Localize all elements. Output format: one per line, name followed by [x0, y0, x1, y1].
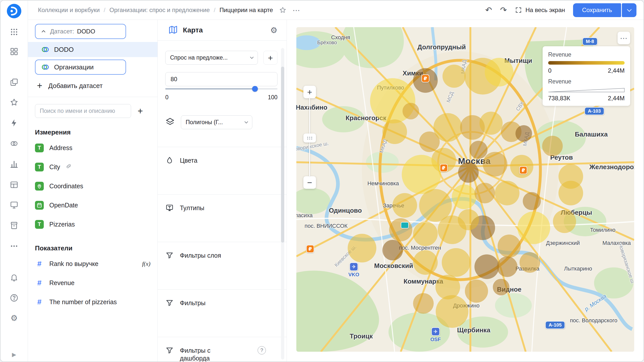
geopoint-field-icon: [35, 182, 44, 191]
expand-panel-icon[interactable]: ▶: [12, 351, 16, 358]
plus-icon: +: [37, 81, 42, 90]
slider-fill: [165, 88, 255, 89]
charts-icon[interactable]: [9, 159, 19, 169]
zoom-slider-handle[interactable]: [303, 133, 316, 143]
zoom-out-button[interactable]: −: [303, 176, 316, 189]
chevron-up-icon: [41, 28, 47, 34]
add-layer-button[interactable]: +: [263, 51, 277, 65]
storage-icon[interactable]: [9, 221, 19, 230]
field-search-input[interactable]: [35, 104, 131, 118]
map-chart-icon: [168, 25, 178, 35]
settings-gear-icon[interactable]: ⚙: [9, 313, 19, 323]
redo-button[interactable]: ↷: [500, 6, 507, 14]
tooltips-icon: [165, 204, 174, 213]
breadcrumb-item[interactable]: Коллекции и воркбуки: [38, 7, 100, 14]
favorite-star-icon[interactable]: [279, 6, 287, 14]
undo-button[interactable]: ↶: [485, 6, 492, 14]
field-label: The number of pizzerias: [49, 298, 117, 306]
map-menu-button[interactable]: ⋯: [618, 32, 630, 44]
panel-title: Карта: [183, 26, 203, 34]
map-canvas[interactable]: СходняБрёховоДолгопрудныйМытищиХимкиПути…: [296, 27, 634, 352]
scrollbar-thumb[interactable]: [281, 67, 284, 243]
poi-marker: ₽: [519, 166, 527, 174]
legend-color-max: 2,44M: [608, 67, 625, 74]
number-field-icon: #: [35, 279, 44, 287]
geotype-select-value: Полигоны (Г...: [186, 119, 223, 126]
save-menu-button[interactable]: [622, 3, 636, 17]
zoom-slider-track[interactable]: [303, 98, 316, 176]
airport-code-label: OSF: [430, 337, 441, 342]
text-field-icon: T: [35, 220, 44, 229]
datasets-icon[interactable]: [9, 139, 19, 148]
field-label: Rank по выручке: [49, 260, 98, 267]
section-label: Фильтры: [180, 299, 206, 307]
add-field-button[interactable]: +: [138, 107, 143, 116]
notifications-bell-icon[interactable]: [9, 273, 19, 282]
favorites-icon[interactable]: [9, 98, 19, 107]
collections-icon[interactable]: [9, 47, 19, 56]
tables-icon[interactable]: [9, 180, 19, 190]
dataset-selector-label: Датасет:: [50, 28, 74, 35]
layer-select[interactable]: Спрос на предложе...: [165, 51, 258, 65]
chevron-down-icon: [250, 55, 254, 59]
dataset-selector[interactable]: Датасет: DODO: [35, 24, 126, 39]
opacity-slider[interactable]: [165, 85, 277, 92]
legend-size-scale: [548, 88, 625, 92]
save-button[interactable]: Сохранить: [573, 3, 621, 17]
field-row-coordinates[interactable]: Coordinates: [28, 176, 157, 196]
field-label: OpenDate: [49, 202, 78, 209]
geolayer-type-icon: [165, 117, 175, 128]
section-colors[interactable]: Цвета: [158, 147, 287, 194]
dataset-selector-value: DODO: [77, 28, 95, 35]
dataset-item-organizations[interactable]: Организации: [35, 60, 126, 75]
field-row-city[interactable]: T City: [28, 157, 157, 176]
rail-more-icon[interactable]: [9, 241, 19, 251]
field-label: Revenue: [49, 279, 74, 287]
airport-marker: ✈OSF: [430, 327, 441, 342]
airport-icon: ✈: [349, 262, 358, 271]
apps-grid-icon[interactable]: [9, 27, 19, 37]
field-row-pizzeria-count[interactable]: # The number of pizzerias: [28, 292, 157, 311]
field-row-rank[interactable]: # Rank по выручке f(x): [28, 254, 157, 273]
quick-actions-icon[interactable]: [9, 118, 19, 128]
fullscreen-label: На весь экран: [526, 7, 565, 14]
section-layer-filters[interactable]: Фильтры слоя: [158, 242, 287, 289]
funnel-icon: [165, 299, 174, 308]
slider-handle[interactable]: [252, 86, 258, 92]
zoom-in-button[interactable]: +: [303, 86, 316, 98]
field-label: City: [49, 163, 60, 171]
dataset-icon: [41, 63, 50, 71]
poi-marker: ₽: [440, 164, 448, 172]
workbooks-icon[interactable]: [9, 77, 19, 87]
dashboards-icon[interactable]: [9, 200, 19, 210]
number-field-icon: #: [35, 298, 44, 306]
panel-scrollbar[interactable]: [281, 48, 284, 359]
layer-select-value: Спрос на предложе...: [170, 54, 228, 61]
chart-settings-gear-icon[interactable]: ⚙: [270, 25, 277, 35]
section-filters[interactable]: Фильтры: [158, 289, 287, 337]
opacity-input[interactable]: [165, 72, 277, 86]
funnel-icon: [165, 346, 174, 356]
datalens-logo[interactable]: [7, 4, 22, 19]
breadcrumb-item[interactable]: Организации: спрос и предложение: [109, 7, 210, 14]
slider-max-label: 100: [268, 94, 277, 101]
breadcrumb: Коллекции и воркбуки / Организации: спро…: [38, 7, 273, 14]
text-field-icon: T: [35, 163, 44, 171]
date-field-icon: [35, 201, 44, 210]
help-icon[interactable]: [9, 293, 19, 303]
number-field-icon: #: [35, 259, 44, 268]
map-legend: Revenue 0 2,44M Revenue 738,83К 2,44М: [543, 46, 630, 106]
field-row-address[interactable]: T Address: [28, 138, 157, 157]
section-dashboard-filters[interactable]: Фильтры с дашборда ?: [158, 337, 287, 362]
dataset-item-dodo[interactable]: DODO: [28, 42, 157, 57]
field-row-pizzerias[interactable]: T Pizzerias: [28, 215, 157, 234]
field-row-revenue[interactable]: # Revenue: [28, 273, 157, 292]
fullscreen-button[interactable]: На весь экран: [515, 7, 565, 14]
section-help-icon[interactable]: ?: [258, 346, 266, 354]
add-dataset-button[interactable]: + Добавить датасет: [28, 78, 157, 94]
more-actions-button[interactable]: ⋯: [293, 6, 301, 15]
poi-marker: ₽: [306, 245, 314, 253]
section-tooltips[interactable]: Тултипы: [158, 194, 287, 242]
geotype-select[interactable]: Полигоны (Г...: [181, 115, 252, 129]
field-row-opendate[interactable]: OpenDate: [28, 196, 157, 215]
